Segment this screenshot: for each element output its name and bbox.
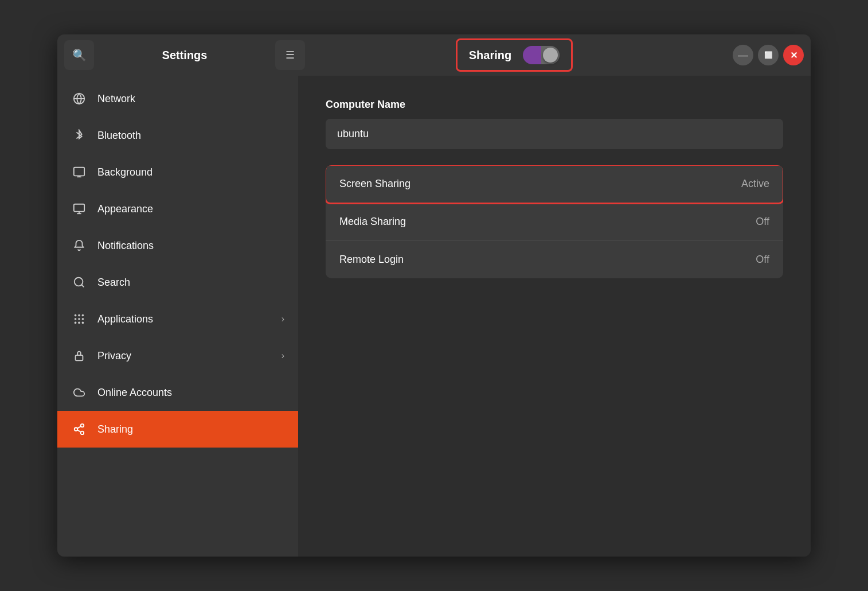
settings-window: 🔍 Settings ☰ Sharing — ⬜: [57, 34, 811, 557]
sidebar-item-bluetooth[interactable]: Bluetooth: [57, 117, 298, 154]
sidebar-item-label-appearance: Appearance: [97, 203, 284, 215]
svg-line-24: [77, 426, 81, 429]
svg-line-23: [77, 430, 81, 432]
titlebar: 🔍 Settings ☰ Sharing — ⬜: [57, 34, 811, 76]
media-sharing-status: Off: [756, 216, 769, 228]
main-area: Network Bluetooth Background: [57, 76, 811, 557]
svg-point-18: [82, 322, 84, 324]
svg-point-15: [82, 318, 84, 320]
sharing-icon: [71, 421, 87, 437]
menu-icon: ☰: [286, 49, 295, 61]
screen-sharing-status: Active: [741, 178, 769, 190]
sidebar-item-label-applications: Applications: [97, 313, 271, 325]
svg-rect-2: [74, 168, 84, 176]
remote-login-item[interactable]: Remote Login Off: [326, 241, 783, 278]
sidebar-item-notifications[interactable]: Notifications: [57, 227, 298, 264]
sidebar-item-applications[interactable]: Applications ›: [57, 301, 298, 337]
svg-point-21: [75, 427, 78, 431]
applications-icon: [71, 311, 87, 327]
content-panel: Computer Name Screen Sharing Active Medi…: [298, 76, 811, 557]
sidebar-item-label-background: Background: [97, 166, 284, 178]
sidebar: Network Bluetooth Background: [57, 76, 298, 557]
svg-point-8: [75, 278, 83, 286]
applications-chevron: ›: [281, 314, 284, 324]
network-icon: [71, 91, 87, 107]
maximize-icon: ⬜: [764, 51, 773, 59]
sharing-header-label: Sharing: [469, 49, 511, 62]
minimize-icon: —: [738, 49, 748, 61]
svg-point-12: [82, 314, 84, 317]
sidebar-item-label-network: Network: [97, 93, 284, 105]
computer-name-label: Computer Name: [326, 99, 783, 111]
titlebar-center: Sharing: [305, 38, 724, 72]
menu-button[interactable]: ☰: [275, 40, 305, 70]
media-sharing-item[interactable]: Media Sharing Off: [326, 203, 783, 241]
minimize-button[interactable]: —: [733, 45, 753, 65]
titlebar-right: — ⬜ ✕: [724, 45, 804, 65]
sidebar-item-label-search: Search: [97, 277, 284, 289]
svg-point-17: [78, 322, 80, 324]
sidebar-item-privacy[interactable]: Privacy ›: [57, 337, 298, 374]
sidebar-item-label-sharing: Sharing: [97, 423, 284, 436]
privacy-chevron: ›: [281, 351, 284, 361]
screen-sharing-item[interactable]: Screen Sharing Active: [326, 165, 783, 203]
remote-login-label: Remote Login: [339, 254, 404, 266]
svg-point-13: [75, 318, 77, 320]
appearance-icon: [71, 201, 87, 217]
background-icon: [71, 164, 87, 180]
sharing-header: Sharing: [456, 38, 573, 72]
svg-point-22: [81, 431, 84, 435]
computer-name-input[interactable]: [326, 119, 783, 149]
sidebar-item-background[interactable]: Background: [57, 154, 298, 190]
svg-rect-19: [76, 355, 83, 360]
sidebar-item-label-notifications: Notifications: [97, 240, 284, 252]
sidebar-item-search[interactable]: Search: [57, 264, 298, 301]
svg-point-16: [75, 322, 77, 324]
search-sidebar-icon: [71, 274, 87, 290]
sidebar-item-online-accounts[interactable]: Online Accounts: [57, 374, 298, 411]
toggle-track: [523, 46, 560, 64]
svg-line-9: [81, 285, 84, 287]
close-button[interactable]: ✕: [783, 45, 804, 65]
sidebar-item-label-online-accounts: Online Accounts: [97, 387, 284, 399]
window-title: Settings: [101, 49, 268, 62]
sidebar-item-sharing[interactable]: Sharing: [57, 411, 298, 448]
sidebar-item-label-bluetooth: Bluetooth: [97, 130, 284, 142]
search-icon: 🔍: [72, 48, 87, 62]
svg-point-11: [78, 314, 80, 317]
close-icon: ✕: [790, 50, 797, 61]
bluetooth-icon: [71, 127, 87, 143]
svg-rect-5: [74, 204, 84, 212]
toggle-thumb: [543, 48, 558, 63]
maximize-button[interactable]: ⬜: [758, 45, 779, 65]
screen-sharing-label: Screen Sharing: [339, 178, 410, 190]
media-sharing-label: Media Sharing: [339, 216, 406, 228]
sidebar-item-network[interactable]: Network: [57, 80, 298, 117]
notifications-icon: [71, 238, 87, 254]
sharing-list: Screen Sharing Active Media Sharing Off …: [326, 165, 783, 278]
online-accounts-icon: [71, 384, 87, 401]
sharing-toggle[interactable]: [523, 46, 560, 64]
privacy-icon: [71, 348, 87, 364]
sidebar-item-appearance[interactable]: Appearance: [57, 190, 298, 227]
svg-point-20: [81, 424, 84, 427]
titlebar-left: 🔍 Settings ☰: [64, 40, 305, 70]
sidebar-item-label-privacy: Privacy: [97, 350, 271, 362]
svg-point-14: [78, 318, 80, 320]
remote-login-status: Off: [756, 254, 769, 266]
search-button[interactable]: 🔍: [64, 40, 94, 70]
svg-point-10: [75, 314, 77, 317]
